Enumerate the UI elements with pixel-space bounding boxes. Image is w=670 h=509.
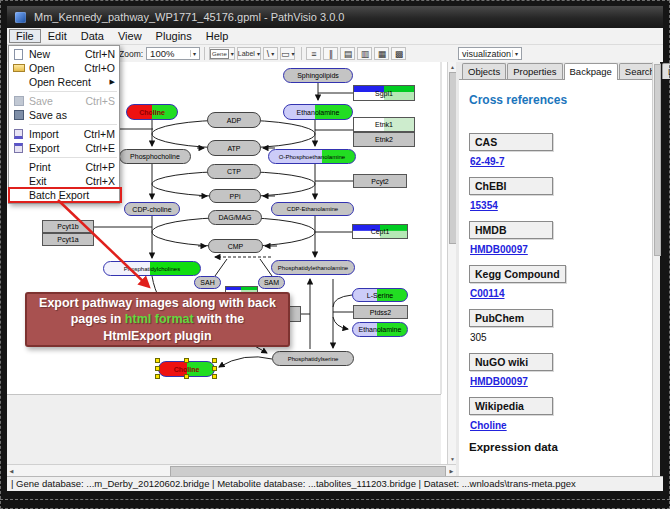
pathway-node-atp[interactable]: ATP — [207, 140, 261, 156]
crossref-link[interactable]: C00114 — [470, 288, 504, 299]
selection-handle[interactable] — [155, 374, 160, 379]
menu-item-open[interactable]: OpenCtrl+O — [9, 61, 119, 75]
pathway-node-cdp-choline[interactable]: CDP-choline — [124, 202, 180, 216]
pathway-node-phosphatidylcholines[interactable]: Phosphatidylcholines — [103, 261, 201, 276]
menu-item-import[interactable]: ImportCtrl+M — [9, 127, 119, 141]
visualization-combobox[interactable]: visualization ▾ — [458, 47, 522, 60]
scrollbar-thumb[interactable] — [654, 64, 661, 256]
pathway-node-ppi[interactable]: PPi — [209, 189, 261, 203]
align-top-button[interactable]: ▥ — [357, 47, 372, 60]
add-line-button[interactable]: \ ▾ — [263, 47, 278, 60]
selection-handle[interactable] — [184, 358, 189, 363]
annotation-line1: Export pathway images along with back — [27, 295, 288, 311]
pathway-node-ptdss2[interactable]: Ptdss2 — [353, 305, 408, 319]
status-bar: | Gene database: ...m_Derby_20120602.bri… — [7, 476, 663, 491]
crossref-section-nugo-wiki: NuGO wikiHMDB00097 — [469, 353, 642, 387]
menu-item-export[interactable]: ExportCtrl+E — [9, 141, 119, 155]
menu-data[interactable]: Data — [74, 29, 111, 43]
pathway-node-l-serine[interactable]: L-Serine — [352, 288, 408, 302]
pathway-node-etnk2[interactable]: Etnk2 — [353, 132, 415, 147]
pathway-node-etnk1[interactable]: Etnk1 — [353, 117, 415, 132]
menu-item-new[interactable]: NewCtrl+N — [9, 47, 119, 61]
tab-objects[interactable]: Objects — [462, 63, 506, 79]
zoom-value: 100% — [150, 48, 174, 59]
tab-properties[interactable]: Properties — [507, 63, 562, 79]
pathway-node-pcyt2[interactable]: Pcyt2 — [353, 174, 407, 188]
pathway-node-ethanolamine[interactable]: Ethanolamine — [352, 322, 408, 337]
add-label-button[interactable]: Label ▾ — [237, 47, 261, 60]
menu-item-save-as[interactable]: Save as — [9, 108, 119, 122]
menu-edit[interactable]: Edit — [41, 29, 74, 43]
align-left-button[interactable]: ▤ — [340, 47, 355, 60]
annotation-line3: HtmlExport plugin — [27, 328, 288, 344]
chevron-down-icon: ▾ — [231, 50, 234, 57]
pathway-node-phosphatidylethanolamine[interactable]: Phosphatidylethanolamine — [271, 260, 355, 275]
crossref-link[interactable]: HMDB00097 — [470, 244, 528, 255]
pathway-node-cmp[interactable]: CMP — [208, 239, 263, 253]
crossref-source: Kegg Compound — [469, 265, 566, 283]
file-menu: NewCtrl+NOpenCtrl+OOpen Recent▶SaveCtrl+… — [8, 45, 120, 204]
selection-handle[interactable] — [212, 366, 217, 371]
pathway-node-cept1[interactable]: Cept1 — [352, 224, 408, 239]
pathway-node-choline[interactable]: Choline — [126, 104, 178, 120]
align-center-x-button[interactable]: ≡ — [306, 47, 321, 60]
crossref-link[interactable]: Choline — [470, 420, 507, 431]
tab-legend[interactable]: Legend — [662, 63, 670, 79]
stack-vertical-button[interactable]: ▦ — [374, 47, 389, 60]
line-icon: \ — [267, 49, 270, 59]
canvas-horizontal-scrollbar[interactable]: ◀ ▶ — [7, 464, 456, 476]
scroll-right-icon[interactable]: ▶ — [447, 466, 456, 476]
selection-handle[interactable] — [184, 374, 189, 379]
pathway-node-sam[interactable]: SAM — [258, 276, 285, 289]
title-bar[interactable]: Mm_Kennedy_pathway_WP1771_45176.gpml - P… — [7, 6, 663, 28]
pathway-node-cdp-ethanolamine[interactable]: CDP-Ethanolamine — [271, 202, 354, 216]
pathway-node-ctp[interactable]: CTP — [207, 164, 261, 179]
crossref-section-chebi: ChEBI15354 — [469, 177, 642, 211]
pathway-node-pcyt1b[interactable]: Pcyt1b — [42, 220, 94, 233]
pathway-node-adp[interactable]: ADP — [207, 112, 261, 128]
crossref-link[interactable]: HMDB00097 — [470, 376, 528, 387]
add-shape-button[interactable]: ▭ ▾ — [280, 47, 296, 60]
selection-handle[interactable] — [155, 358, 160, 363]
right-side-panel: ObjectsPropertiesBackpageSearchLegend Cr… — [459, 62, 652, 476]
panel-tabs: ObjectsPropertiesBackpageSearchLegend — [459, 62, 652, 80]
menu-item-batch-export[interactable]: Batch Export — [9, 188, 119, 202]
menu-plugins[interactable]: Plugins — [149, 29, 199, 43]
menu-item-print[interactable]: PrintCtrl+P — [9, 160, 119, 174]
label-icon: Label — [238, 50, 255, 57]
submenu-arrow-icon: ▶ — [110, 78, 115, 86]
selection-handle[interactable] — [212, 374, 217, 379]
menu-view[interactable]: View — [111, 29, 149, 43]
selection-handle[interactable] — [212, 358, 217, 363]
scroll-left-icon[interactable]: ◀ — [7, 466, 16, 476]
pathway-node-o-phosphoethanolamine[interactable]: O-Phosphoethanolamine — [268, 149, 356, 164]
crossref-link[interactable]: 15354 — [470, 200, 498, 211]
menu-item-exit[interactable]: ExitCtrl+X — [9, 174, 119, 188]
pathway-node-dag-mag[interactable]: DAG/MAG — [208, 210, 262, 225]
stack-horizontal-button[interactable]: ▩ — [391, 47, 406, 60]
pathway-node-sphingolipids[interactable]: Sphingolipids — [283, 68, 353, 83]
visualization-value: visualization — [462, 49, 511, 59]
crossref-value: 305 — [470, 332, 642, 343]
crossref-link[interactable]: 62-49-7 — [470, 156, 504, 167]
zoom-combobox[interactable]: 100% ▾ — [146, 47, 200, 60]
selection-handle[interactable] — [155, 366, 160, 371]
chevron-down-icon: ▾ — [512, 50, 518, 57]
pathway-node-sgpl1[interactable]: Sgpl1 — [353, 85, 415, 101]
pathway-node-pcyt1a[interactable]: Pcyt1a — [42, 233, 94, 246]
panel-vertical-scrollbar[interactable] — [652, 62, 660, 476]
menu-item-open-recent[interactable]: Open Recent▶ — [9, 75, 119, 89]
menu-file[interactable]: File — [9, 29, 41, 43]
menu-help[interactable]: Help — [199, 29, 236, 43]
align-center-y-button[interactable]: ∥ — [323, 47, 338, 60]
pathway-node-phosphatidylserine[interactable]: Phosphatidylserine — [272, 351, 354, 366]
tab-backpage[interactable]: Backpage — [564, 63, 618, 80]
window-title: Mm_Kennedy_pathway_WP1771_45176.gpml - P… — [34, 11, 344, 23]
pathway-node-phosphocholine[interactable]: Phosphocholine — [119, 149, 191, 164]
canvas-vertical-scrollbar[interactable]: ▲ ▼ — [447, 62, 456, 464]
add-gene-button[interactable]: Gene ▾ — [209, 47, 235, 60]
import-icon — [12, 128, 25, 140]
pathway-node-ethanolamine[interactable]: Ethanolamine — [283, 104, 353, 120]
pathway-node-sah[interactable]: SAH — [194, 276, 221, 289]
menu-item-save[interactable]: SaveCtrl+S — [9, 94, 119, 108]
